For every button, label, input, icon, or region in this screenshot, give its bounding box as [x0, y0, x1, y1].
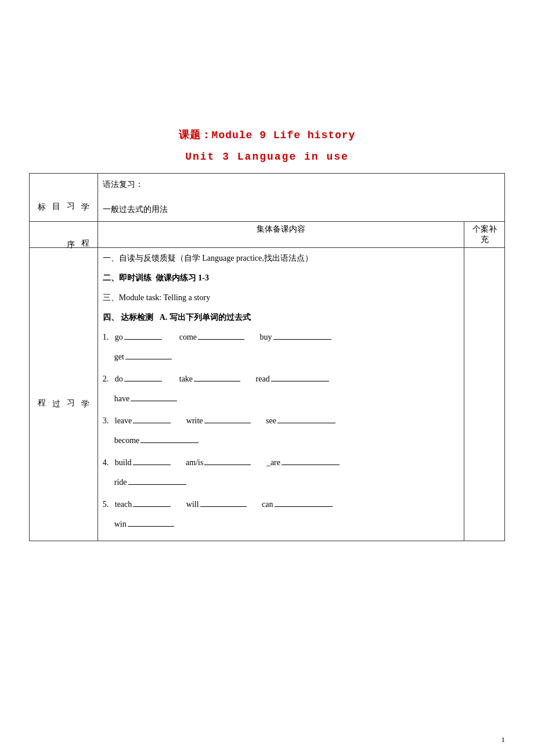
exercise-5-row2: win	[114, 516, 459, 532]
exercise-5-num: 5. teach	[103, 500, 132, 509]
step-3: 三、Module task: Telling a story	[103, 290, 459, 306]
read-label: read	[256, 375, 270, 383]
exercise-4-row: 4. build am/is _are	[103, 455, 459, 471]
amis-label: am/is	[186, 458, 203, 467]
exercise-2-row2: have	[114, 391, 459, 407]
case-supplement-header: 个案补充	[464, 221, 505, 247]
write-field[interactable]	[204, 414, 251, 423]
ride-field[interactable]	[128, 476, 186, 485]
learning-process-content: 一、自读与反馈质疑（自学 Language practice,找出语法点） 二、…	[98, 247, 464, 541]
main-table: 学 习 目 标 语法复习： 一般过去式的用法 程 序 集体备课内容 个案补充	[29, 173, 505, 541]
get-label: get	[114, 352, 124, 361]
become-field[interactable]	[140, 434, 199, 443]
do-field[interactable]	[124, 372, 162, 381]
program-row: 程 序 集体备课内容 个案补充	[30, 221, 505, 247]
step-2: 二、即时训练 做课内练习 1-3	[103, 270, 459, 286]
step-1: 一、自读与反馈质疑（自学 Language practice,找出语法点）	[103, 250, 459, 267]
main-title: 课题：Module 9 Life history	[29, 128, 505, 142]
case-supplement-content	[464, 247, 505, 541]
grammar-content: 一般过去式的用法	[103, 201, 500, 219]
objective-label: 学 习 目 标	[30, 174, 98, 222]
come-field[interactable]	[198, 330, 244, 340]
take-field[interactable]	[194, 372, 240, 381]
amis-field[interactable]	[204, 456, 251, 465]
page-container: 课题：Module 9 Life history Unit 3 Language…	[0, 0, 534, 756]
exercise-1-row2: get	[114, 349, 459, 365]
read-field[interactable]	[271, 372, 329, 381]
buy-field[interactable]	[273, 330, 331, 340]
leave-field[interactable]	[133, 414, 171, 423]
objective-row: 学 习 目 标 语法复习： 一般过去式的用法	[30, 174, 505, 222]
grammar-review-label: 语法复习：	[103, 176, 500, 194]
will-field[interactable]	[200, 498, 247, 507]
exercise-2-num: 2. do	[103, 375, 123, 383]
exercise-2-row: 2. do take read	[103, 371, 459, 387]
learning-process-row: 学 习 过 程 一、自读与反馈质疑（自学 Language practice,找…	[30, 247, 505, 541]
collective-prep-header: 集体备课内容	[98, 221, 464, 247]
have-label: have	[114, 394, 129, 403]
become-label: become	[114, 436, 140, 445]
exercise-1-num: 1. go	[103, 333, 123, 341]
go-field[interactable]	[124, 330, 162, 340]
can-label: can	[262, 500, 273, 509]
exercise-5-row: 5. teach will can	[103, 496, 459, 513]
teach-field[interactable]	[133, 498, 171, 507]
write-label: write	[186, 416, 203, 425]
come-label: come	[179, 333, 197, 341]
sub-title: Unit 3 Language in use	[29, 151, 505, 163]
will-label: will	[186, 500, 199, 509]
program-label-cell: 程 序	[30, 221, 98, 247]
exercise-section: 1. go come buy get 2. do	[103, 329, 459, 532]
build-field[interactable]	[133, 456, 171, 465]
exercise-4-row2: ride	[114, 474, 459, 491]
learning-process-label: 学 习 过 程	[30, 247, 98, 541]
step-4: 四、 达标检测 A. 写出下列单词的过去式	[103, 309, 459, 326]
win-label: win	[114, 520, 127, 528]
exercise-1-row: 1. go come buy	[103, 329, 459, 345]
see-label: see	[266, 416, 276, 425]
page-number: 1	[501, 735, 506, 744]
get-field[interactable]	[125, 350, 172, 359]
are-field[interactable]	[282, 456, 340, 465]
top-blank	[29, 23, 505, 128]
buy-label: buy	[260, 333, 272, 341]
exercise-3-row: 3. leave write see	[103, 413, 459, 429]
title-section: 课题：Module 9 Life history Unit 3 Language…	[29, 128, 505, 163]
exercise-4-num: 4. build	[103, 458, 132, 467]
exercise-3-num: 3. leave	[103, 416, 132, 425]
objective-content: 语法复习： 一般过去式的用法	[98, 174, 504, 222]
see-field[interactable]	[277, 414, 335, 423]
can-field[interactable]	[275, 498, 333, 507]
win-field[interactable]	[128, 517, 174, 527]
are-label: _are	[266, 458, 280, 467]
take-label: take	[179, 375, 193, 383]
exercise-3-row2: become	[114, 433, 459, 449]
have-field[interactable]	[131, 392, 177, 401]
ride-label: ride	[114, 478, 127, 487]
